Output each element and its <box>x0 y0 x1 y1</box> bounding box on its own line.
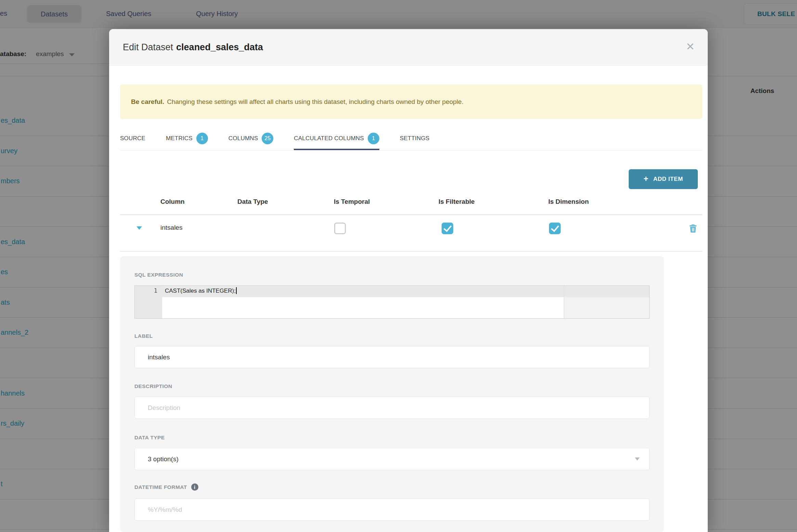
columns-table-header: ColumnData TypeIs TemporalIs FilterableI… <box>109 198 708 210</box>
tab-calculated-columns[interactable]: CALCULATED COLUMNS1 <box>294 127 379 150</box>
collapse-caret-icon[interactable] <box>136 226 142 230</box>
tabs-divider <box>120 150 702 150</box>
row-divider <box>120 251 702 252</box>
datatype-field-label: DATA TYPE <box>134 435 165 441</box>
tab-label: COLUMNS <box>228 135 258 142</box>
modal-title-prefix: Edit Dataset <box>123 42 173 52</box>
is-filterable-checkbox[interactable] <box>442 223 453 234</box>
tab-label: SETTINGS <box>400 135 430 142</box>
modal-header: Edit Datasetcleaned_sales_data ✕ <box>109 29 708 66</box>
warning-bold: Be careful. <box>131 98 164 106</box>
editor-print-margin-line <box>564 286 564 318</box>
sql-expression-label: SQL EXPRESSION <box>134 272 183 278</box>
sql-editor[interactable]: 1 CAST(Sales as INTEGER); <box>134 285 650 319</box>
close-icon[interactable]: ✕ <box>686 41 695 52</box>
column-header-is-temporal: Is Temporal <box>334 198 370 205</box>
header-divider <box>120 214 702 215</box>
editor-gutter: 1 <box>135 286 162 318</box>
warning-banner: Be careful. Changing these settings will… <box>120 84 702 119</box>
add-item-button[interactable]: + ADD ITEM <box>629 169 698 189</box>
is-dimension-checkbox[interactable] <box>549 223 561 234</box>
is-temporal-checkbox[interactable] <box>334 223 346 234</box>
description-field-label: DESCRIPTION <box>134 383 172 389</box>
column-name: intsales <box>160 224 182 231</box>
tab-metrics[interactable]: METRICS1 <box>166 127 208 150</box>
column-header-column: Column <box>160 198 185 205</box>
modal-title-dataset-name: cleaned_sales_data <box>176 42 263 52</box>
datatype-select[interactable]: 3 option(s) <box>134 448 650 470</box>
datetime-format-input[interactable] <box>134 498 650 521</box>
tab-source[interactable]: SOURCE <box>120 127 145 150</box>
tab-label: METRICS <box>166 135 193 142</box>
trash-icon[interactable] <box>688 223 698 234</box>
tab-count-badge: 25 <box>262 133 273 144</box>
text-cursor <box>236 287 237 294</box>
editor-code-area[interactable]: CAST(Sales as INTEGER); <box>162 286 649 318</box>
warning-text: Changing these settings will affect all … <box>167 98 463 106</box>
plus-icon: + <box>643 174 649 184</box>
column-detail-panel: SQL EXPRESSION 1 CAST(Sales as INTEGER);… <box>120 256 664 532</box>
tab-count-badge: 1 <box>368 133 379 144</box>
modal-title: Edit Datasetcleaned_sales_data <box>123 42 263 53</box>
tab-settings[interactable]: SETTINGS <box>400 127 430 150</box>
info-icon[interactable]: i <box>191 483 198 491</box>
column-header-is-filterable: Is Filterable <box>439 198 475 205</box>
modal-tabs: SOURCEMETRICS1COLUMNS25CALCULATED COLUMN… <box>120 127 450 150</box>
tab-columns[interactable]: COLUMNS25 <box>228 127 273 150</box>
label-input[interactable] <box>134 346 650 368</box>
tab-label: CALCULATED COLUMNS <box>294 135 364 142</box>
edit-dataset-modal: Edit Datasetcleaned_sales_data ✕ Be care… <box>109 29 708 532</box>
column-header-is-dimension: Is Dimension <box>548 198 589 205</box>
add-item-label: ADD ITEM <box>653 176 683 183</box>
tab-count-badge: 1 <box>196 133 208 144</box>
tab-label: SOURCE <box>120 135 145 142</box>
chevron-down-icon <box>635 457 640 461</box>
sql-code-text[interactable]: CAST(Sales as INTEGER); <box>165 287 237 294</box>
datatype-selected-value: 3 option(s) <box>148 455 179 463</box>
description-input[interactable] <box>134 397 650 419</box>
label-field-label: LABEL <box>134 333 153 339</box>
datetime-label-text: DATETIME FORMAT <box>134 484 187 490</box>
datetime-field-label: DATETIME FORMAT i <box>134 483 198 491</box>
column-header-data-type: Data Type <box>237 198 268 205</box>
screen: es DatasetsSaved QueriesQuery History BU… <box>0 0 797 532</box>
